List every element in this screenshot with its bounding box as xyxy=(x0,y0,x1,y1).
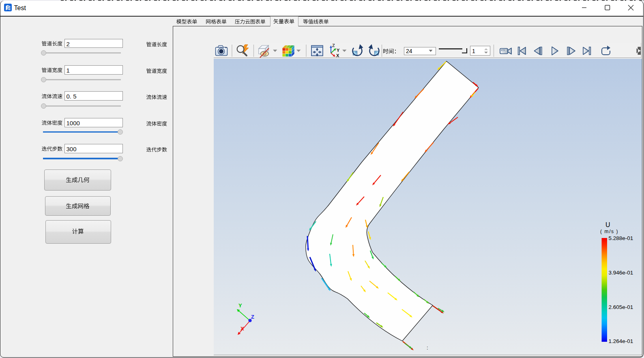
svg-text:Y: Y xyxy=(337,48,340,53)
svg-text:Z: Z xyxy=(251,314,254,320)
svg-text:Z: Z xyxy=(332,43,335,48)
svg-text:Y: Y xyxy=(238,302,242,309)
svg-text:X: X xyxy=(336,53,339,58)
svg-text:X: X xyxy=(240,326,244,332)
